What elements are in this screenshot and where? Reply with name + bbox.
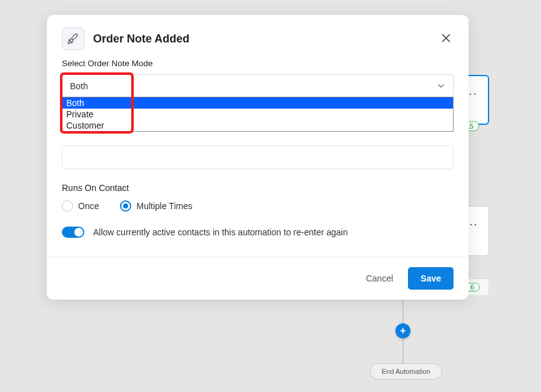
modal-title: Order Note Added [93, 32, 439, 46]
mode-option-both[interactable]: Both [62, 97, 453, 109]
order-note-modal: Order Note Added Select Order Note Mode … [47, 15, 469, 300]
runs-radio-group: Once Multiple Times [62, 200, 454, 212]
chevron-down-icon [437, 81, 445, 92]
mode-option-customer[interactable]: Customer [62, 120, 453, 131]
mode-selected-value: Both [70, 81, 88, 91]
mode-select[interactable]: Both [62, 74, 454, 98]
mode-field-label: Select Order Note Mode [62, 59, 454, 68]
close-icon[interactable] [439, 30, 454, 47]
mode-select-wrap: Both Both Private Customer [62, 74, 454, 98]
end-automation-node[interactable]: End Automation [370, 363, 442, 380]
modal-header: Order Note Added [47, 15, 469, 59]
reenter-toggle-label: Allow currently active contacts in this … [93, 227, 348, 237]
modal-body: Select Order Note Mode Both Both Private… [47, 59, 469, 257]
modal-footer: Cancel Save [47, 257, 469, 300]
cancel-button[interactable]: Cancel [360, 268, 400, 288]
mode-option-private[interactable]: Private [62, 109, 453, 120]
radio-once-circle [62, 200, 73, 212]
reenter-toggle-row: Allow currently active contacts in this … [62, 227, 454, 250]
add-step-button[interactable]: + [395, 323, 410, 338]
secondary-field [62, 145, 454, 169]
rocket-icon [62, 27, 84, 50]
radio-multiple-label: Multiple Times [136, 201, 192, 211]
radio-once[interactable]: Once [62, 200, 99, 212]
mode-dropdown: Both Private Customer [62, 97, 454, 132]
radio-multiple[interactable]: Multiple Times [120, 200, 192, 212]
radio-once-label: Once [78, 201, 99, 211]
secondary-input[interactable] [62, 145, 454, 169]
reenter-toggle[interactable] [62, 227, 84, 238]
radio-multiple-circle [120, 200, 131, 212]
save-button[interactable]: Save [408, 267, 454, 290]
runs-on-contact-label: Runs On Contact [62, 183, 454, 193]
